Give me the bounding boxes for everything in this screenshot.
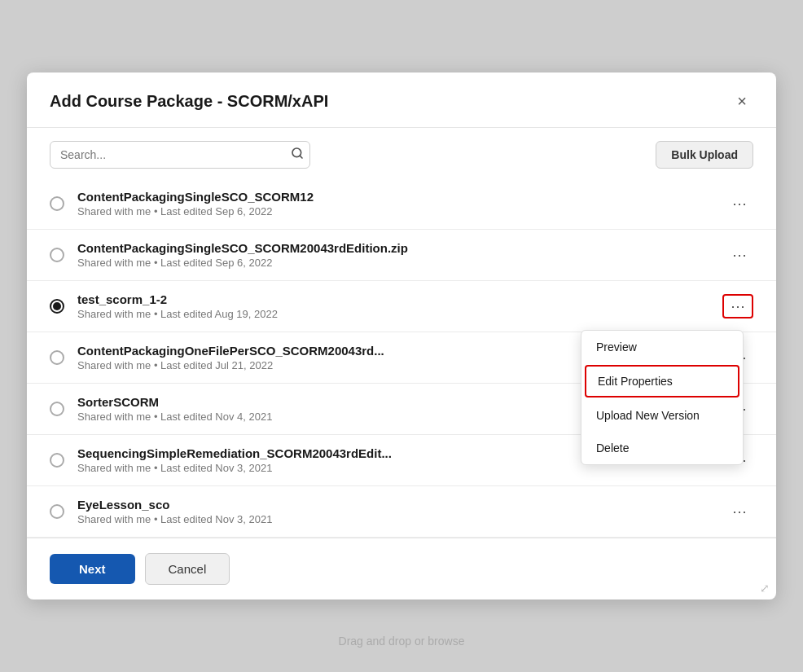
more-options-button[interactable]: ⋯ [726,193,753,214]
cancel-button[interactable]: Cancel [145,553,230,585]
radio-button[interactable] [50,248,64,262]
radio-button[interactable] [50,453,64,468]
context-menu-item[interactable]: Upload New Version [581,399,743,432]
more-options-button[interactable]: ⋯ [722,294,753,318]
item-meta: Shared with me • Last edited Aug 19, 202… [77,308,716,320]
modal-title: Add Course Package - SCORM/xAPI [50,92,328,111]
search-icon-button[interactable] [291,147,304,163]
bulk-upload-button[interactable]: Bulk Upload [656,141,753,169]
modal-dialog: Add Course Package - SCORM/xAPI × Bulk U… [27,72,776,600]
context-menu-item[interactable]: Preview [581,331,743,363]
item-name: ContentPackagingSingleSCO_SCORM20043rdEd… [77,241,719,255]
item-content: EyeLesson_scoShared with me • Last edite… [77,498,719,525]
radio-button[interactable] [50,299,64,314]
radio-button[interactable] [50,350,64,365]
modal-toolbar: Bulk Upload [27,128,776,178]
more-options-button[interactable]: ⋯ [726,244,753,266]
item-content: ContentPackagingSingleSCO_SCORM20043rdEd… [77,241,719,269]
list-item[interactable]: test_scorm_1-2Shared with me • Last edit… [27,281,776,332]
backdrop: Add Course Package - SCORM/xAPI × Bulk U… [0,0,803,672]
radio-button[interactable] [50,504,64,519]
item-content: ContentPackagingSingleSCO_SCORM12Shared … [77,190,719,217]
search-input[interactable] [50,141,310,169]
item-name: ContentPackagingSingleSCO_SCORM12 [77,190,719,204]
item-name: EyeLesson_sco [77,498,719,512]
item-name: test_scorm_1-2 [77,292,716,306]
item-content: test_scorm_1-2Shared with me • Last edit… [77,292,716,320]
modal-footer: Next Cancel [27,538,776,600]
context-menu-item[interactable]: Edit Properties [585,365,739,397]
radio-button[interactable] [50,196,64,211]
list-item[interactable]: ContentPackagingSingleSCO_SCORM20043rdEd… [27,230,776,281]
close-button[interactable]: × [731,89,753,114]
more-options-button[interactable]: ⋯ [726,501,753,522]
search-wrapper [50,141,310,169]
modal-header: Add Course Package - SCORM/xAPI × [27,72,776,128]
item-meta: Shared with me • Last edited Nov 3, 2021 [77,513,719,525]
item-meta: Shared with me • Last edited Sep 6, 2022 [77,257,719,269]
next-button[interactable]: Next [50,554,135,584]
context-menu-item[interactable]: Delete [581,432,743,464]
context-menu: PreviewEdit PropertiesUpload New Version… [581,330,744,465]
list-item[interactable]: ContentPackagingSingleSCO_SCORM12Shared … [27,178,776,230]
svg-line-1 [300,156,302,158]
list-area: ContentPackagingSingleSCO_SCORM12Shared … [27,178,776,538]
list-item[interactable]: EyeLesson_scoShared with me • Last edite… [27,486,776,538]
radio-button[interactable] [50,402,64,416]
resize-handle: ⤢ [760,582,770,595]
item-meta: Shared with me • Last edited Sep 6, 2022 [77,205,719,217]
bg-hint: Drag and drop or browse [339,635,465,648]
